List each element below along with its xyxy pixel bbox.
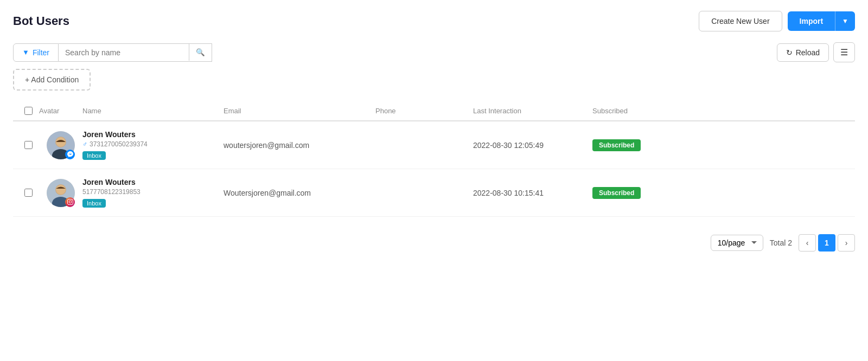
email-col-1: woutersjoren@gmail.com xyxy=(224,141,375,150)
header-subscribed: Subscribed xyxy=(592,107,668,115)
svg-point-7 xyxy=(56,185,66,195)
search-wrapper: 🔍 xyxy=(59,43,212,62)
filter-label: Filter xyxy=(33,48,49,57)
table-container: Avatar Name Email Phone Last Interaction… xyxy=(13,101,855,217)
header-avatar: Avatar xyxy=(39,107,82,115)
filter-button[interactable]: ▼ Filter xyxy=(13,43,59,62)
header: Bot Users Create New User Import ▼ xyxy=(13,11,855,31)
header-name: Name xyxy=(82,107,224,115)
page-container: Bot Users Create New User Import ▼ ▼ Fil… xyxy=(0,0,868,361)
import-button[interactable]: Import xyxy=(788,11,835,31)
last-interaction-col-2: 2022-08-30 10:15:41 xyxy=(473,189,592,197)
user-name-2: Joren Wouters xyxy=(82,178,224,186)
name-col-2: Joren Wouters 5177708122319853 Inbox xyxy=(82,178,224,208)
toolbar: ▼ Filter 🔍 ↻ Reload ☰ xyxy=(13,42,855,62)
gender-icon-1: ♂ xyxy=(82,140,87,148)
inbox-badge-2: Inbox xyxy=(82,199,106,208)
search-button[interactable]: 🔍 xyxy=(189,44,212,61)
add-condition-button[interactable]: + Add Condition xyxy=(13,69,91,91)
add-condition-wrapper: + Add Condition xyxy=(13,69,855,91)
platform-badge-1 xyxy=(65,150,75,159)
per-page-select[interactable]: 10/page 20/page 50/page xyxy=(711,235,763,251)
platform-badge-2 xyxy=(65,197,75,207)
import-caret-button[interactable]: ▼ xyxy=(835,11,855,31)
subscribed-col-1: Subscribed xyxy=(592,139,668,151)
avatar-1 xyxy=(47,131,75,159)
row-checkbox-2[interactable] xyxy=(24,189,33,197)
last-interaction-col-1: 2022-08-30 12:05:49 xyxy=(473,141,592,150)
select-all-checkbox[interactable] xyxy=(24,107,33,115)
avatar-col-2 xyxy=(39,179,82,207)
table-header: Avatar Name Email Phone Last Interaction… xyxy=(13,101,855,121)
reload-button[interactable]: ↻ Reload xyxy=(777,43,829,62)
table-row: Joren Wouters ♂ 3731270050239374 Inbox w… xyxy=(13,121,855,169)
page-1-button[interactable]: 1 xyxy=(818,234,835,252)
header-email: Email xyxy=(224,107,375,115)
columns-button[interactable]: ☰ xyxy=(833,42,855,62)
search-icon: 🔍 xyxy=(196,48,205,56)
row-checkbox-col xyxy=(17,189,39,197)
import-button-group: Import ▼ xyxy=(788,11,855,31)
subscribed-badge-2: Subscribed xyxy=(592,187,641,199)
subscribed-badge-1: Subscribed xyxy=(592,139,641,151)
user-id-2: 5177708122319853 xyxy=(82,188,224,196)
reload-icon: ↻ xyxy=(786,48,793,57)
user-name-1: Joren Wouters xyxy=(82,130,224,139)
avatar-2 xyxy=(47,179,75,207)
create-user-button[interactable]: Create New User xyxy=(699,11,782,31)
reload-label: Reload xyxy=(796,48,820,57)
next-page-button[interactable]: › xyxy=(838,234,855,252)
row-checkbox-col xyxy=(17,141,39,149)
name-col-1: Joren Wouters ♂ 3731270050239374 Inbox xyxy=(82,130,224,160)
user-id-1: ♂ 3731270050239374 xyxy=(82,140,224,148)
toolbar-right: ↻ Reload ☰ xyxy=(777,42,855,62)
header-checkbox-col xyxy=(17,107,39,115)
prev-page-button[interactable]: ‹ xyxy=(799,234,816,252)
inbox-badge-1: Inbox xyxy=(82,151,106,160)
pagination-nav: ‹ 1 › xyxy=(799,234,855,252)
table-row: Joren Wouters 5177708122319853 Inbox Wou… xyxy=(13,169,855,217)
header-last-interaction: Last Interaction xyxy=(473,107,592,115)
search-input[interactable] xyxy=(59,44,189,61)
header-phone: Phone xyxy=(375,107,473,115)
pagination-wrapper: 10/page 20/page 50/page Total 2 ‹ 1 › xyxy=(13,230,855,252)
filter-icon: ▼ xyxy=(22,48,29,56)
row-checkbox-1[interactable] xyxy=(24,141,33,149)
subscribed-col-2: Subscribed xyxy=(592,187,668,199)
email-col-2: Woutersjoren@gmail.com xyxy=(224,189,375,197)
header-actions: Create New User Import ▼ xyxy=(699,11,855,31)
columns-icon: ☰ xyxy=(840,48,848,57)
toolbar-left: ▼ Filter 🔍 xyxy=(13,43,212,62)
avatar-col-1 xyxy=(39,131,82,159)
total-label: Total 2 xyxy=(770,238,792,247)
page-title: Bot Users xyxy=(13,14,69,28)
